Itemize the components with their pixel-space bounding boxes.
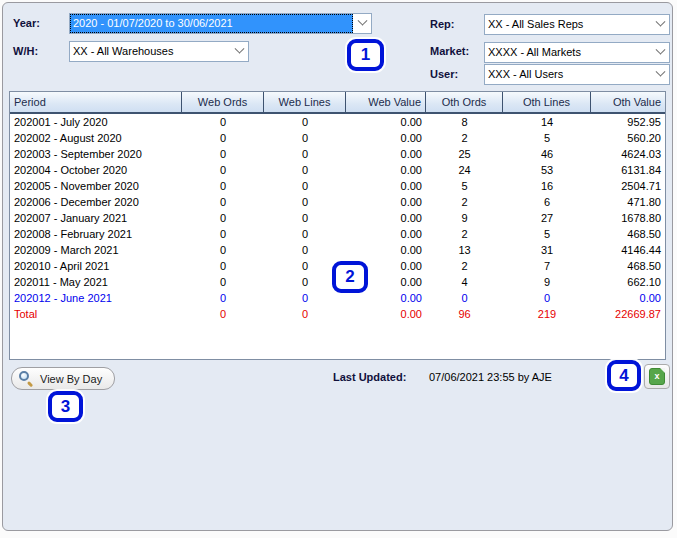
user-dropdown[interactable]: XXX - All Users [484, 64, 670, 85]
cell-web-lines: 0 [264, 114, 346, 130]
cell-period: 202007 - January 2021 [10, 210, 182, 226]
chevron-down-icon[interactable] [651, 65, 669, 84]
magnifier-icon [19, 371, 34, 386]
cell-oth-value: 952.95 [591, 114, 665, 130]
column-header-oth-value[interactable]: Oth Value [591, 92, 665, 112]
cell-web-lines: 0 [264, 162, 346, 178]
cell-period: 202008 - February 2021 [10, 226, 182, 242]
cell-period: 202006 - December 2020 [10, 194, 182, 210]
cell-web-ords: 0 [182, 130, 264, 146]
cell-web-ords: 0 [182, 178, 264, 194]
cell-oth-lines: 5 [503, 226, 591, 242]
column-header-period[interactable]: Period [10, 92, 182, 112]
cell-oth-value: 0.00 [591, 290, 665, 306]
user-dropdown-value: XXX - All Users [485, 65, 651, 84]
table-row[interactable]: 202005 - November 2020 0 0 0.00 5 16 250… [10, 178, 665, 194]
cell-oth-ords: 9 [426, 210, 503, 226]
column-header-oth-lines[interactable]: Oth Lines [503, 92, 591, 112]
table-row[interactable]: Total 0 0 0.00 96 219 22669.87 [10, 306, 665, 322]
year-label: Year: [13, 17, 40, 29]
cell-web-ords: 0 [182, 114, 264, 130]
cell-web-lines: 0 [264, 130, 346, 146]
chevron-down-icon[interactable] [651, 43, 669, 62]
sales-enquiry-screen: Year: 2020 - 01/07/2020 to 30/06/2021 W/… [0, 0, 677, 538]
cell-oth-ords: 25 [426, 146, 503, 162]
cell-web-ords: 0 [182, 306, 264, 322]
cell-period: 202005 - November 2020 [10, 178, 182, 194]
table-row[interactable]: 202008 - February 2021 0 0 0.00 2 5 468.… [10, 226, 665, 242]
table-row[interactable]: 202009 - March 2021 0 0 0.00 13 31 4146.… [10, 242, 665, 258]
table-row[interactable]: 202004 - October 2020 0 0 0.00 24 53 613… [10, 162, 665, 178]
rep-label: Rep: [430, 18, 454, 30]
cell-period: 202004 - October 2020 [10, 162, 182, 178]
year-dropdown-value: 2020 - 01/07/2020 to 30/06/2021 [70, 14, 353, 33]
cell-web-lines: 0 [264, 146, 346, 162]
table-row[interactable]: 202003 - September 2020 0 0 0.00 25 46 4… [10, 146, 665, 162]
cell-web-value: 0.00 [346, 130, 426, 146]
cell-oth-value: 2504.71 [591, 178, 665, 194]
cell-web-lines: 0 [264, 210, 346, 226]
table-row[interactable]: 202002 - August 2020 0 0 0.00 2 5 560.20 [10, 130, 665, 146]
rep-dropdown[interactable]: XX - All Sales Reps [484, 14, 670, 35]
main-panel: Year: 2020 - 01/07/2020 to 30/06/2021 W/… [2, 2, 673, 531]
export-to-excel-button[interactable]: x [644, 364, 670, 389]
cell-period: 202009 - March 2021 [10, 242, 182, 258]
cell-oth-lines: 31 [503, 242, 591, 258]
cell-oth-ords: 8 [426, 114, 503, 130]
market-dropdown-value: XXXX - All Markets [485, 43, 651, 62]
market-label: Market: [430, 45, 469, 57]
user-label: User: [430, 68, 458, 80]
warehouse-dropdown-value: XX - All Warehouses [70, 42, 230, 61]
cell-oth-ords: 96 [426, 306, 503, 322]
column-header-web-lines[interactable]: Web Lines [264, 92, 346, 112]
annotation-badge-3: 3 [48, 391, 83, 422]
excel-icon: x [649, 368, 665, 385]
cell-period: 202012 - June 2021 [10, 290, 182, 306]
cell-oth-lines: 53 [503, 162, 591, 178]
cell-oth-lines: 9 [503, 274, 591, 290]
cell-oth-value: 1678.80 [591, 210, 665, 226]
cell-web-value: 0.00 [346, 194, 426, 210]
view-by-day-button[interactable]: View By Day [11, 367, 115, 390]
column-header-web-value[interactable]: Web Value [346, 92, 426, 112]
cell-oth-ords: 13 [426, 242, 503, 258]
warehouse-dropdown[interactable]: XX - All Warehouses [69, 41, 249, 62]
cell-oth-lines: 0 [503, 290, 591, 306]
cell-oth-ords: 0 [426, 290, 503, 306]
cell-period: 202003 - September 2020 [10, 146, 182, 162]
cell-oth-value: 4146.44 [591, 242, 665, 258]
annotation-badge-4: 4 [607, 360, 641, 391]
cell-web-value: 0.00 [346, 114, 426, 130]
cell-web-value: 0.00 [346, 178, 426, 194]
cell-oth-lines: 16 [503, 178, 591, 194]
table-row[interactable]: 202007 - January 2021 0 0 0.00 9 27 1678… [10, 210, 665, 226]
cell-oth-lines: 219 [503, 306, 591, 322]
column-header-web-ords[interactable]: Web Ords [182, 92, 264, 112]
chevron-down-icon[interactable] [651, 15, 669, 34]
cell-oth-lines: 46 [503, 146, 591, 162]
cell-oth-ords: 24 [426, 162, 503, 178]
cell-oth-ords: 5 [426, 178, 503, 194]
cell-oth-ords: 2 [426, 130, 503, 146]
cell-web-lines: 0 [264, 194, 346, 210]
cell-web-ords: 0 [182, 226, 264, 242]
cell-web-ords: 0 [182, 258, 264, 274]
column-header-oth-ords[interactable]: Oth Ords [426, 92, 503, 112]
cell-web-lines: 0 [264, 290, 346, 306]
cell-web-value: 0.00 [346, 242, 426, 258]
annotation-badge-1: 1 [347, 39, 384, 71]
table-row[interactable]: 202001 - July 2020 0 0 0.00 8 14 952.95 [10, 114, 665, 130]
cell-web-lines: 0 [264, 178, 346, 194]
year-dropdown[interactable]: 2020 - 01/07/2020 to 30/06/2021 [69, 13, 372, 34]
cell-web-ords: 0 [182, 242, 264, 258]
table-row[interactable]: 202006 - December 2020 0 0 0.00 2 6 471.… [10, 194, 665, 210]
cell-web-value: 0.00 [346, 146, 426, 162]
cell-oth-lines: 7 [503, 258, 591, 274]
chevron-down-icon[interactable] [353, 14, 371, 33]
view-by-day-label: View By Day [40, 373, 102, 385]
market-dropdown[interactable]: XXXX - All Markets [484, 42, 670, 63]
chevron-down-icon[interactable] [230, 42, 248, 61]
rep-dropdown-value: XX - All Sales Reps [485, 15, 651, 34]
cell-web-value: 0.00 [346, 226, 426, 242]
cell-oth-ords: 2 [426, 258, 503, 274]
